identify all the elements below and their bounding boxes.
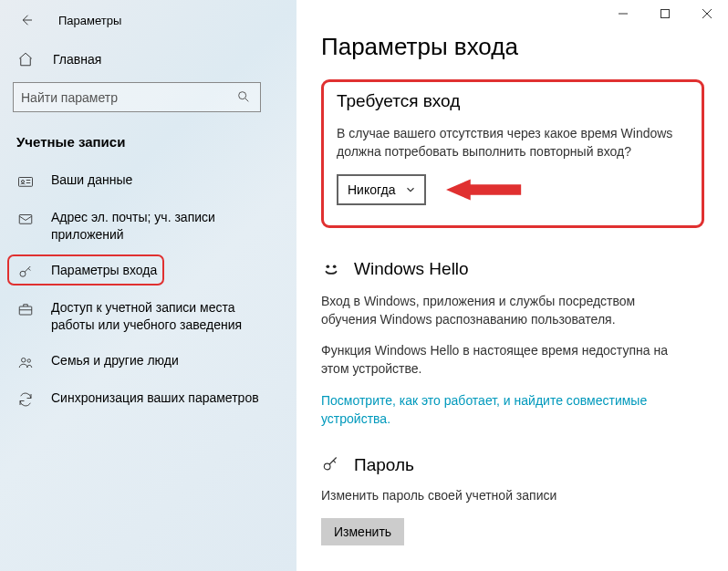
sidebar: Параметры Главная Учетные записи xyxy=(0,0,297,571)
svg-point-7 xyxy=(27,358,30,361)
sidebar-item-label: Параметры входа xyxy=(51,262,157,279)
svg-point-0 xyxy=(239,91,246,99)
mail-icon xyxy=(16,210,35,228)
key-icon xyxy=(321,455,341,475)
sidebar-item-family[interactable]: Семья и другие люди xyxy=(0,343,296,380)
search-icon xyxy=(236,89,253,106)
svg-point-10 xyxy=(327,265,330,268)
id-card-icon xyxy=(16,172,35,191)
signin-timeout-select[interactable]: Никогда xyxy=(337,174,426,205)
page-title: Параметры входа xyxy=(321,33,710,61)
section-heading: Требуется вход xyxy=(337,91,689,111)
home-row[interactable]: Главная xyxy=(0,40,296,78)
titlebar-controls xyxy=(602,0,728,31)
svg-rect-1 xyxy=(19,178,33,187)
sidebar-item-work[interactable]: Доступ к учетной записи места работы или… xyxy=(0,290,296,343)
hello-link[interactable]: Посмотрите, как это работает, и найдите … xyxy=(321,391,686,429)
signin-body: В случае вашего отсутствия через какое в… xyxy=(337,124,689,161)
hello-face-icon xyxy=(321,259,341,279)
sidebar-item-sync[interactable]: Синхронизация ваших параметров xyxy=(0,380,296,418)
svg-point-4 xyxy=(20,271,26,276)
password-body: Изменить пароль своей учетной записи xyxy=(321,486,686,504)
search-input[interactable] xyxy=(21,90,236,105)
main-pane: Параметры входа Требуется вход В случае … xyxy=(297,0,728,571)
close-button[interactable] xyxy=(686,0,728,27)
svg-point-12 xyxy=(324,464,330,471)
arrow-callout-icon xyxy=(446,176,525,203)
sidebar-item-label: Доступ к учетной записи места работы или… xyxy=(51,299,277,334)
svg-rect-8 xyxy=(661,10,670,18)
password-section: Пароль Изменить пароль своей учетной зап… xyxy=(321,455,710,545)
sidebar-item-label: Семья и другие люди xyxy=(51,352,179,369)
people-icon xyxy=(16,353,35,371)
section-heading: Пароль xyxy=(354,455,414,475)
hello-body-2: Функция Windows Hello в настоящее время … xyxy=(321,341,686,379)
sidebar-item-signin[interactable]: Параметры входа xyxy=(0,253,296,290)
svg-point-2 xyxy=(22,181,25,183)
sync-icon xyxy=(16,390,35,409)
svg-rect-5 xyxy=(19,306,32,315)
svg-rect-3 xyxy=(19,215,32,224)
windows-hello-section: Windows Hello Вход в Windows, приложения… xyxy=(321,259,710,429)
search-box[interactable] xyxy=(13,82,261,112)
minimize-button[interactable] xyxy=(602,0,644,27)
key-icon xyxy=(16,263,35,281)
nav: Ваши данные Адрес эл. почты; уч. записи … xyxy=(0,157,296,418)
svg-point-11 xyxy=(333,265,337,268)
select-value: Никогда xyxy=(348,182,395,197)
sidebar-item-your-info[interactable]: Ваши данные xyxy=(0,162,296,200)
svg-marker-9 xyxy=(446,179,521,200)
sidebar-item-label: Адрес эл. почты; уч. записи приложений xyxy=(51,209,277,244)
signin-required-section: Требуется вход В случае вашего отсутстви… xyxy=(321,79,704,228)
home-icon xyxy=(16,50,35,68)
window-title: Параметры xyxy=(58,14,121,27)
section-heading: Windows Hello xyxy=(354,259,469,279)
chevron-down-icon xyxy=(404,183,417,196)
sidebar-item-label: Синхронизация ваших параметров xyxy=(51,389,259,407)
svg-point-6 xyxy=(22,358,26,362)
hello-body-1: Вход в Windows, приложения и службы поср… xyxy=(321,292,686,329)
sidebar-section-title: Учетные записи xyxy=(0,121,296,157)
settings-window: Параметры Главная Учетные записи xyxy=(0,0,728,571)
maximize-button[interactable] xyxy=(644,0,686,27)
sidebar-item-label: Ваши данные xyxy=(51,171,132,189)
sidebar-item-email[interactable]: Адрес эл. почты; уч. записи приложений xyxy=(0,200,296,253)
briefcase-icon xyxy=(16,300,35,318)
back-icon[interactable] xyxy=(16,10,36,30)
home-label: Главная xyxy=(53,52,101,67)
change-password-button[interactable]: Изменить xyxy=(321,518,404,545)
titlebar-left: Параметры xyxy=(0,0,296,40)
